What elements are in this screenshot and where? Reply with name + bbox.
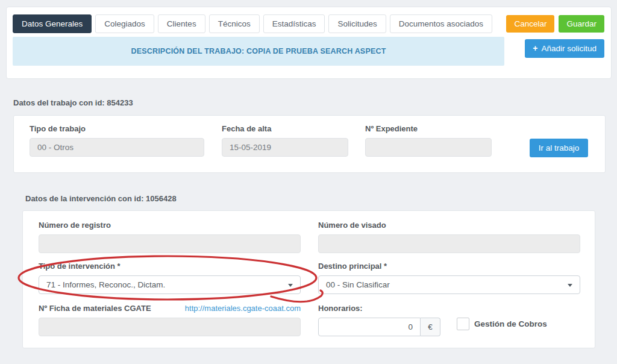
chevron-down-icon [568,284,572,287]
work-section-title: Datos del trabajo con id: 854233 [13,98,133,107]
tipo-intervencion-field: Tipo de intervención * 71 - Informes, Re… [39,262,301,294]
tab-datos-generales[interactable]: Datos Generales [13,14,92,33]
numero-registro-field: Número de registro [39,221,301,253]
honorarios-input[interactable] [318,318,421,336]
numero-visado-label: Número de visado [318,221,580,230]
ficha-materiales-label: Nº Ficha de materiales CGATE [39,304,151,313]
numero-registro-label: Número de registro [39,221,301,230]
chevron-down-icon [288,284,293,287]
tab-tecnicos[interactable]: Técnicos [209,14,260,33]
euro-currency-addon: € [421,318,440,336]
tab-solicitudes[interactable]: Solicitudes [328,14,386,33]
gestion-cobros-label: Gestión de Cobros [474,319,547,328]
tipo-intervencion-label: Tipo de intervención * [39,262,301,271]
tipo-intervencion-select[interactable]: 71 - Informes, Reconoc., Dictam. [39,275,301,294]
tipo-trabajo-field: Tipo de trabajo [30,124,204,157]
honorarios-label: Honorarios: [318,304,445,313]
honorarios-field: Honorarios: € [318,304,445,336]
numero-visado-field: Número de visado [318,221,580,253]
save-button[interactable]: Guardar [559,15,604,33]
tipo-intervencion-value: 71 - Informes, Reconoc., Dictam. [46,280,165,289]
tab-colegiados[interactable]: Colegiados [95,14,154,33]
tab-documentos-asociados[interactable]: Documentos asociados [390,14,492,33]
go-to-work-button[interactable]: Ir al trabajo [530,139,588,157]
tab-bar: Datos Generales Colegiados Clientes Técn… [13,14,492,33]
ficha-materiales-input[interactable] [39,318,301,336]
gestion-cobros-checkbox[interactable] [457,318,469,330]
add-request-label: Añadir solicitud [541,44,597,53]
expediente-field: Nº Expediente [365,124,492,157]
numero-visado-input[interactable] [318,234,580,253]
numero-registro-input[interactable] [39,234,301,253]
destino-principal-label: Destino principal * [318,262,580,271]
add-request-button[interactable]: +Añadir solicitud [525,39,604,58]
cancel-button[interactable]: Cancelar [506,15,554,33]
destino-principal-field: Destino principal * 00 - Sin Clasificar [318,262,580,294]
tab-estadisticas[interactable]: Estadísticas [263,14,325,33]
destino-principal-select[interactable]: 00 - Sin Clasificar [318,275,580,294]
destino-principal-value: 00 - Sin Clasificar [326,280,390,289]
page: Datos Generales Colegiados Clientes Técn… [0,0,617,364]
header-card: Datos Generales Colegiados Clientes Técn… [6,7,612,79]
header-actions: Cancelar Guardar [506,15,604,33]
intervention-card: Número de registro Número de visado Tipo… [22,210,595,348]
fecha-alta-field: Fecha de alta [222,124,348,157]
gestion-cobros-group: Gestión de Cobros [457,318,547,330]
ficha-materiales-link[interactable]: http://materiales.cgate-coaat.com [185,304,301,313]
intervention-section-title: Datos de la intervención con id: 1056428 [25,194,177,203]
tipo-trabajo-label: Tipo de trabajo [30,124,204,133]
plus-icon: + [533,43,537,53]
fecha-alta-input[interactable] [222,138,348,157]
ficha-materiales-field: Nº Ficha de materiales CGATE http://mate… [39,304,301,336]
tab-clientes[interactable]: Clientes [158,14,205,33]
fecha-alta-label: Fecha de alta [222,124,348,133]
expediente-label: Nº Expediente [365,124,492,133]
expediente-input[interactable] [365,138,492,157]
work-card: Tipo de trabajo Fecha de alta Nº Expedie… [13,115,606,173]
tipo-trabajo-input[interactable] [30,138,204,157]
work-description-banner: DESCRIPCIÓN DEL TRABAJO: COPIA DE PRUEBA… [13,37,504,66]
